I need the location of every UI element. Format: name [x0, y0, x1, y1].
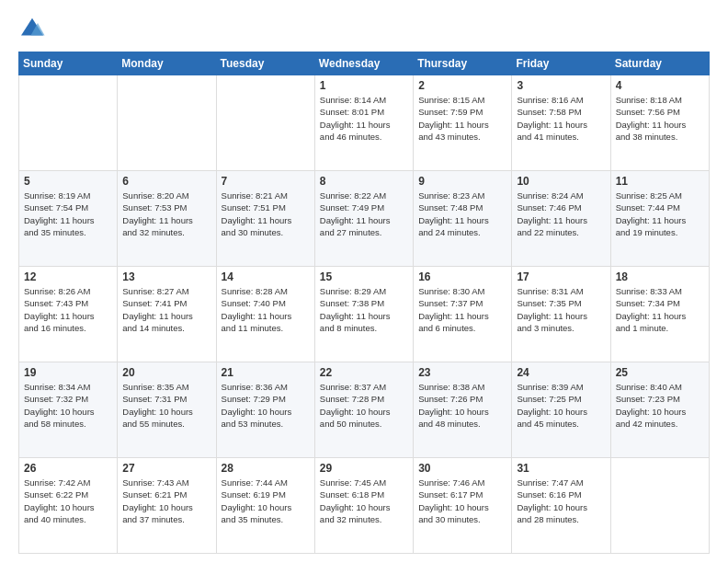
day-number: 25: [616, 366, 704, 379]
day-info: Sunrise: 7:47 AM Sunset: 6:16 PM Dayligh…: [517, 477, 605, 525]
calendar-cell: 27Sunrise: 7:43 AM Sunset: 6:21 PM Dayli…: [118, 458, 216, 554]
day-info: Sunrise: 8:39 AM Sunset: 7:25 PM Dayligh…: [517, 381, 605, 430]
day-info: Sunrise: 8:40 AM Sunset: 7:23 PM Dayligh…: [616, 381, 704, 430]
day-info: Sunrise: 7:43 AM Sunset: 6:21 PM Dayligh…: [122, 477, 210, 525]
calendar-cell: 6Sunrise: 8:20 AM Sunset: 7:53 PM Daylig…: [118, 171, 216, 267]
calendar-cell: 16Sunrise: 8:30 AM Sunset: 7:37 PM Dayli…: [414, 267, 512, 362]
calendar-week-row: 1Sunrise: 8:14 AM Sunset: 8:01 PM Daylig…: [19, 75, 710, 171]
day-number: 19: [24, 366, 112, 379]
day-info: Sunrise: 8:19 AM Sunset: 7:54 PM Dayligh…: [24, 190, 112, 238]
day-number: 6: [122, 175, 210, 188]
calendar-cell: 22Sunrise: 8:37 AM Sunset: 7:28 PM Dayli…: [314, 362, 413, 458]
day-info: Sunrise: 8:27 AM Sunset: 7:41 PM Dayligh…: [122, 285, 210, 334]
day-header-friday: Friday: [512, 52, 610, 75]
day-info: Sunrise: 8:21 AM Sunset: 7:51 PM Dayligh…: [222, 190, 310, 238]
calendar-cell: 28Sunrise: 7:44 AM Sunset: 6:19 PM Dayli…: [216, 458, 314, 554]
day-info: Sunrise: 8:37 AM Sunset: 7:28 PM Dayligh…: [320, 381, 408, 430]
day-number: 27: [122, 462, 210, 475]
calendar-cell: 11Sunrise: 8:25 AM Sunset: 7:44 PM Dayli…: [610, 171, 709, 267]
day-info: Sunrise: 8:35 AM Sunset: 7:31 PM Dayligh…: [122, 381, 210, 430]
calendar-cell: [118, 75, 216, 171]
calendar-week-row: 19Sunrise: 8:34 AM Sunset: 7:32 PM Dayli…: [19, 362, 710, 458]
calendar-cell: 31Sunrise: 7:47 AM Sunset: 6:16 PM Dayli…: [512, 458, 610, 554]
calendar-cell: 20Sunrise: 8:35 AM Sunset: 7:31 PM Dayli…: [118, 362, 216, 458]
day-header-thursday: Thursday: [414, 52, 512, 75]
day-number: 9: [418, 175, 506, 188]
day-info: Sunrise: 8:22 AM Sunset: 7:49 PM Dayligh…: [320, 190, 408, 238]
logo: [18, 15, 50, 42]
day-info: Sunrise: 8:16 AM Sunset: 7:58 PM Dayligh…: [517, 94, 605, 143]
day-number: 3: [517, 79, 605, 92]
day-number: 15: [320, 270, 408, 283]
day-number: 21: [222, 366, 310, 379]
day-info: Sunrise: 8:29 AM Sunset: 7:38 PM Dayligh…: [320, 285, 408, 334]
day-number: 31: [517, 462, 605, 475]
day-info: Sunrise: 8:24 AM Sunset: 7:46 PM Dayligh…: [517, 190, 605, 238]
calendar-cell: 23Sunrise: 8:38 AM Sunset: 7:26 PM Dayli…: [414, 362, 512, 458]
logo-icon: [18, 15, 46, 42]
day-number: 23: [418, 366, 506, 379]
day-number: 28: [222, 462, 310, 475]
day-info: Sunrise: 8:20 AM Sunset: 7:53 PM Dayligh…: [122, 190, 210, 238]
calendar-cell: [610, 458, 709, 554]
day-info: Sunrise: 8:34 AM Sunset: 7:32 PM Dayligh…: [24, 381, 112, 430]
calendar-cell: 13Sunrise: 8:27 AM Sunset: 7:41 PM Dayli…: [118, 267, 216, 362]
calendar-cell: 18Sunrise: 8:33 AM Sunset: 7:34 PM Dayli…: [610, 267, 709, 362]
calendar-cell: 3Sunrise: 8:16 AM Sunset: 7:58 PM Daylig…: [512, 75, 610, 171]
day-number: 22: [320, 366, 408, 379]
day-number: 17: [517, 270, 605, 283]
calendar-cell: 10Sunrise: 8:24 AM Sunset: 7:46 PM Dayli…: [512, 171, 610, 267]
day-info: Sunrise: 8:28 AM Sunset: 7:40 PM Dayligh…: [222, 285, 310, 334]
day-number: 30: [418, 462, 506, 475]
day-info: Sunrise: 7:42 AM Sunset: 6:22 PM Dayligh…: [24, 477, 112, 525]
calendar-header-row: SundayMondayTuesdayWednesdayThursdayFrid…: [19, 52, 710, 75]
calendar-cell: [216, 75, 314, 171]
calendar-cell: 2Sunrise: 8:15 AM Sunset: 7:59 PM Daylig…: [414, 75, 512, 171]
day-info: Sunrise: 8:33 AM Sunset: 7:34 PM Dayligh…: [616, 285, 704, 334]
day-info: Sunrise: 8:38 AM Sunset: 7:26 PM Dayligh…: [418, 381, 506, 430]
day-number: 10: [517, 175, 605, 188]
day-header-monday: Monday: [118, 52, 216, 75]
calendar-table: SundayMondayTuesdayWednesdayThursdayFrid…: [18, 52, 710, 554]
day-number: 5: [24, 175, 112, 188]
day-number: 12: [24, 270, 112, 283]
day-number: 7: [222, 175, 310, 188]
calendar-cell: 24Sunrise: 8:39 AM Sunset: 7:25 PM Dayli…: [512, 362, 610, 458]
calendar-cell: 7Sunrise: 8:21 AM Sunset: 7:51 PM Daylig…: [216, 171, 314, 267]
day-info: Sunrise: 8:23 AM Sunset: 7:48 PM Dayligh…: [418, 190, 506, 238]
calendar-week-row: 26Sunrise: 7:42 AM Sunset: 6:22 PM Dayli…: [19, 458, 710, 554]
day-info: Sunrise: 8:18 AM Sunset: 7:56 PM Dayligh…: [616, 94, 704, 143]
calendar-cell: 29Sunrise: 7:45 AM Sunset: 6:18 PM Dayli…: [314, 458, 413, 554]
calendar-cell: 8Sunrise: 8:22 AM Sunset: 7:49 PM Daylig…: [314, 171, 413, 267]
calendar-cell: 25Sunrise: 8:40 AM Sunset: 7:23 PM Dayli…: [610, 362, 709, 458]
day-number: 4: [616, 79, 704, 92]
calendar-cell: 9Sunrise: 8:23 AM Sunset: 7:48 PM Daylig…: [414, 171, 512, 267]
calendar-cell: 17Sunrise: 8:31 AM Sunset: 7:35 PM Dayli…: [512, 267, 610, 362]
calendar-cell: 4Sunrise: 8:18 AM Sunset: 7:56 PM Daylig…: [610, 75, 709, 171]
day-info: Sunrise: 8:30 AM Sunset: 7:37 PM Dayligh…: [418, 285, 506, 334]
day-info: Sunrise: 7:45 AM Sunset: 6:18 PM Dayligh…: [320, 477, 408, 525]
page: SundayMondayTuesdayWednesdayThursdayFrid…: [0, 0, 728, 563]
day-info: Sunrise: 7:44 AM Sunset: 6:19 PM Dayligh…: [222, 477, 310, 525]
calendar-cell: [19, 75, 118, 171]
day-header-wednesday: Wednesday: [314, 52, 413, 75]
day-number: 13: [122, 270, 210, 283]
calendar-cell: 19Sunrise: 8:34 AM Sunset: 7:32 PM Dayli…: [19, 362, 118, 458]
calendar-cell: 5Sunrise: 8:19 AM Sunset: 7:54 PM Daylig…: [19, 171, 118, 267]
calendar-week-row: 5Sunrise: 8:19 AM Sunset: 7:54 PM Daylig…: [19, 171, 710, 267]
day-info: Sunrise: 8:15 AM Sunset: 7:59 PM Dayligh…: [418, 94, 506, 143]
calendar-cell: 15Sunrise: 8:29 AM Sunset: 7:38 PM Dayli…: [314, 267, 413, 362]
day-number: 1: [320, 79, 408, 92]
day-number: 20: [122, 366, 210, 379]
day-number: 26: [24, 462, 112, 475]
day-number: 11: [616, 175, 704, 188]
calendar-cell: 30Sunrise: 7:46 AM Sunset: 6:17 PM Dayli…: [414, 458, 512, 554]
day-number: 2: [418, 79, 506, 92]
day-header-sunday: Sunday: [19, 52, 118, 75]
day-info: Sunrise: 8:36 AM Sunset: 7:29 PM Dayligh…: [222, 381, 310, 430]
calendar-cell: 12Sunrise: 8:26 AM Sunset: 7:43 PM Dayli…: [19, 267, 118, 362]
day-number: 18: [616, 270, 704, 283]
day-info: Sunrise: 8:25 AM Sunset: 7:44 PM Dayligh…: [616, 190, 704, 238]
calendar-cell: 1Sunrise: 8:14 AM Sunset: 8:01 PM Daylig…: [314, 75, 413, 171]
day-number: 8: [320, 175, 408, 188]
